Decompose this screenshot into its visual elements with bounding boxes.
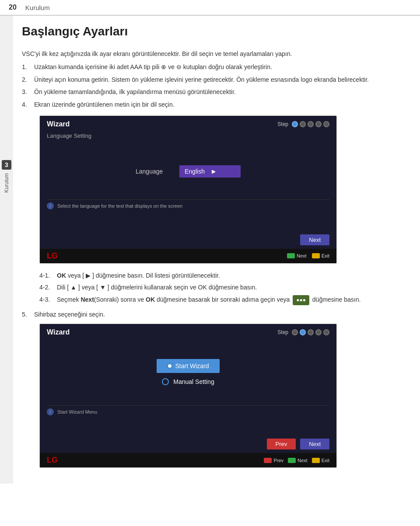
sub-step-4-2: 4-2. Dili [ ▲ ] veya [ ▼ ] düğmelerini k… [39, 282, 402, 292]
sidebar-number: 3 [2, 160, 11, 170]
screen1-container: Wizard Step Language Setting Lan [39, 115, 337, 264]
tv-screen2: Wizard Step Start Wizard [40, 324, 336, 467]
language-select[interactable]: English ▶ [179, 165, 241, 178]
step-dot-5 [323, 121, 329, 127]
wizard-label-2: Wizard [47, 328, 70, 336]
manual-radio-icon [162, 378, 169, 385]
start-wizard-button[interactable]: Start Wizard [157, 359, 219, 373]
step-list: 1. Uzaktan kumanda içerisine iki adet AA… [22, 62, 402, 109]
sidebar: 3 Kurulum [0, 16, 13, 484]
language-arrow-icon: ▶ [212, 168, 216, 174]
tv-info-row: i Select the language for the text that … [47, 199, 329, 212]
page-header: 20 Kurulum [0, 0, 420, 16]
info-icon: i [47, 202, 54, 209]
sub-step-4-1: 4-1. OK veya [ ▶ ] düğmesine basın. Dil … [39, 271, 402, 280]
intro-text: VSC'yi ilk kez açtığınızda ilk ayar ekra… [22, 49, 402, 59]
step-dot-2 [300, 121, 306, 127]
tv-screen1-body: Language English ▶ i Select the language… [40, 143, 336, 231]
wizard-body2: Start Wizard Manual Setting i Start Wiza… [40, 339, 336, 435]
step-3: 3. Ön yükleme tamamlandığında, ilk yapıl… [22, 87, 402, 97]
lg-logo-1: LG [47, 251, 58, 261]
tv-screen1-header: Wizard Step [40, 116, 336, 131]
tv-footer1: LG Next Exit [40, 249, 336, 263]
next-button-screen2[interactable]: Next [300, 439, 329, 449]
step2-dot-5 [323, 329, 329, 335]
sub-steps-list: 4-1. OK veya [ ▶ ] düğmesine basın. Dil … [39, 271, 402, 305]
step-4: 4. Ekran üzerinde görüntülenen metin içi… [22, 100, 402, 109]
step2-dot-4 [315, 329, 322, 335]
main-title: Başlangıç Ayarları [22, 24, 402, 38]
screen2-container: Wizard Step Start Wizard [39, 324, 337, 468]
footer-next-2: Next [288, 458, 308, 463]
step-dot-1 [292, 121, 298, 127]
step2-dot-2 [300, 329, 306, 335]
language-value: English [185, 168, 205, 175]
red-btn-icon [264, 458, 272, 463]
yellow-btn-icon [312, 253, 320, 258]
step-1: 1. Uzaktan kumanda içerisine iki adet AA… [22, 62, 402, 72]
footer-nav-1: Next Exit [287, 253, 329, 258]
info-text: Select the language for the text that di… [57, 203, 182, 209]
wizard-info-row2: i Start Wizard Menu [47, 405, 329, 415]
yellow-btn-icon-2 [312, 458, 320, 463]
start-wizard-radio-icon [167, 363, 172, 369]
language-row: Language English ▶ [47, 165, 329, 178]
info-text-2: Start Wizard Menu [57, 409, 97, 415]
step-text-label: Step [277, 121, 288, 127]
tv-screen1-subtitle: Language Setting [40, 131, 336, 143]
step-dot-3 [308, 121, 314, 127]
language-label: Language [136, 168, 171, 175]
footer-next-1: Next [287, 253, 307, 258]
step-5-row: 5. Sihirbaz seçeneğini seçin. [22, 310, 402, 319]
wizard-label: Wizard [47, 120, 70, 128]
step-dot-4 [315, 121, 322, 127]
footer-prev-2: Prev [264, 458, 284, 463]
footer-nav-2: Prev Next Exit [264, 458, 329, 463]
tv-screen1: Wizard Step Language Setting Lan [40, 116, 336, 263]
manual-setting-label: Manual Setting [173, 378, 214, 385]
start-wizard-label: Start Wizard [175, 362, 209, 369]
section-label: Kurulum [25, 4, 50, 11]
step-text-label-2: Step [277, 329, 288, 335]
next-button-screen1[interactable]: Next [300, 234, 329, 245]
info-icon-2: i [47, 408, 54, 415]
tv-screen2-header: Wizard Step [40, 324, 336, 339]
footer-exit-1: Exit [312, 253, 329, 258]
manual-setting-option[interactable]: Manual Setting [162, 378, 214, 385]
step2-dot-1 [292, 329, 298, 335]
step-indicator: Step [277, 121, 329, 127]
sub-step-4-3: 4-3. Seçmek Next(Sonraki) sonra ve OK dü… [39, 295, 402, 305]
green-btn-icon [287, 253, 295, 258]
tv-footer2: LG Prev Next Exit [40, 453, 336, 467]
prev-button-screen2[interactable]: Prev [267, 439, 296, 449]
step-2: 2. Üniteyi açın konuma getirin. Sistem ö… [22, 75, 402, 84]
sidebar-rotated-label: Kurulum [4, 173, 10, 193]
page-number: 20 [9, 3, 17, 11]
footer-exit-2: Exit [312, 458, 329, 463]
step2-dot-3 [308, 329, 314, 335]
green-btn-icon-2 [288, 458, 296, 463]
lg-logo-2: LG [47, 456, 58, 465]
step-indicator-2: Step [277, 329, 329, 335]
